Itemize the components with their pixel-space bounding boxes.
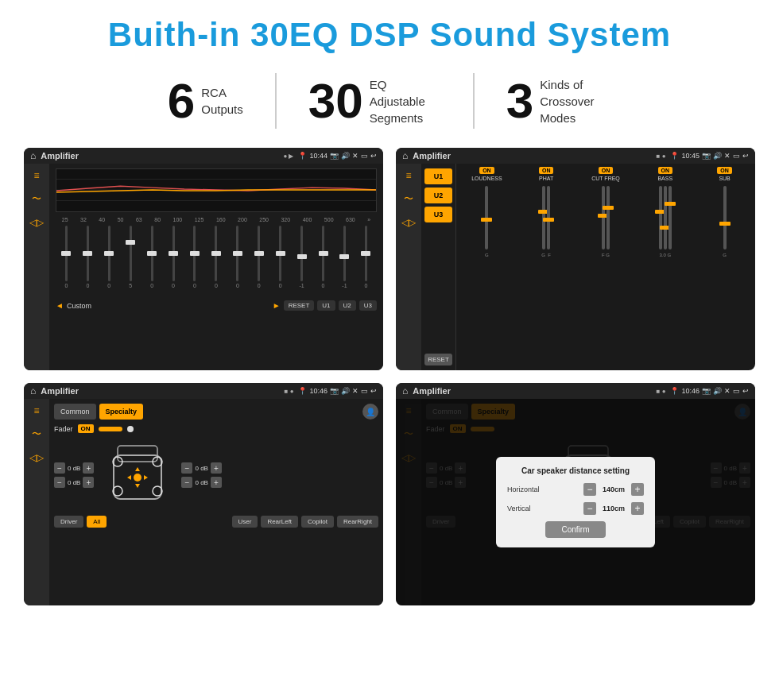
copilot-btn[interactable]: Copilot <box>301 516 334 528</box>
status-bar-4: ⌂ Amplifier ■ ● 📍 10:46 📷 🔊 ✕ ▭ ↩ <box>396 383 755 399</box>
right-top-plus[interactable]: + <box>211 462 222 474</box>
home-icon-2[interactable]: ⌂ <box>402 150 408 161</box>
time-2: 10:45 <box>681 152 700 160</box>
back-icon-4[interactable]: ↩ <box>742 387 749 395</box>
back-icon-2[interactable]: ↩ <box>742 152 749 160</box>
all-btn[interactable]: All <box>87 516 107 528</box>
u3-button[interactable]: U3 <box>359 300 377 311</box>
waveform-icon-3[interactable]: 〜 <box>32 427 41 441</box>
back-icon-3[interactable]: ↩ <box>370 387 377 395</box>
time-1: 10:44 <box>309 152 327 160</box>
speaker-icon-2[interactable]: ◁▷ <box>401 217 416 228</box>
loudness-on[interactable]: ON <box>479 167 494 174</box>
prev-button[interactable]: ◄ <box>56 301 64 310</box>
cutfreq-channel: ON CUT FREQ F G <box>579 167 634 367</box>
eq-slider-14[interactable]: 0 <box>360 226 371 297</box>
dialog-screen-card: ⌂ Amplifier ■ ● 📍 10:46 📷 🔊 ✕ ▭ ↩ ≡ 〜 <box>396 383 755 605</box>
amp-reset-btn[interactable]: RESET <box>424 354 452 365</box>
bass-on[interactable]: ON <box>658 167 673 174</box>
reset-button[interactable]: RESET <box>284 300 315 311</box>
status-bar-3: ⌂ Amplifier ■ ● 📍 10:46 📷 🔊 ✕ ▭ ↩ <box>24 383 383 399</box>
u1-button[interactable]: U1 <box>317 300 335 311</box>
u2-button[interactable]: U2 <box>339 300 356 311</box>
specialty-tab[interactable]: Specialty <box>99 404 144 420</box>
status-icons-4: 📍 10:46 📷 🔊 ✕ ▭ ↩ <box>670 387 749 395</box>
cutfreq-on[interactable]: ON <box>599 167 614 174</box>
location-icon-2: 📍 <box>670 152 679 160</box>
eq-slider-0[interactable]: 0 <box>60 226 72 297</box>
stat-eq: 30 EQ AdjustableSegments <box>277 76 473 126</box>
eq-graph <box>56 168 377 212</box>
next-button[interactable]: ► <box>273 301 281 310</box>
eq-slider-9[interactable]: 0 <box>254 226 265 297</box>
screenshots-grid: ⌂ Amplifier ● ▶ 📍 10:44 📷 🔊 ✕ ▭ ↩ ≡ 〜 ◁▷ <box>24 148 755 605</box>
eq-slider-8[interactable]: 0 <box>232 226 243 297</box>
left-bottom-minus[interactable]: − <box>54 477 65 488</box>
right-bottom-db: − 0 dB + <box>181 477 221 488</box>
fader-knob[interactable] <box>127 426 134 432</box>
u2-preset[interactable]: U2 <box>424 188 452 203</box>
right-top-minus[interactable]: − <box>181 462 192 474</box>
home-icon-1[interactable]: ⌂ <box>30 150 36 161</box>
rearleft-btn[interactable]: RearLeft <box>261 516 298 528</box>
stat-number-rca: 6 <box>168 76 195 126</box>
home-icon-3[interactable]: ⌂ <box>30 385 36 396</box>
right-bottom-minus[interactable]: − <box>181 477 192 488</box>
eq-slider-12[interactable]: 0 <box>318 226 329 297</box>
left-bottom-plus[interactable]: + <box>83 477 94 488</box>
stat-number-eq: 30 <box>308 76 363 126</box>
speaker-icon[interactable]: ◁▷ <box>29 217 44 228</box>
distance-dialog: Car speaker distance setting Horizontal … <box>496 457 655 547</box>
common-tab[interactable]: Common <box>54 404 96 420</box>
camera-icon-3: 📷 <box>330 387 339 395</box>
eq-slider-6[interactable]: 0 <box>189 226 200 297</box>
eq-slider-7[interactable]: 0 <box>211 226 222 297</box>
eq-slider-3[interactable]: 5 <box>125 226 136 297</box>
vertical-plus-btn[interactable]: + <box>631 502 644 515</box>
horizontal-minus-btn[interactable]: − <box>583 483 596 496</box>
eq-slider-2[interactable]: 0 <box>103 226 114 297</box>
waveform-icon[interactable]: 〜 <box>32 192 41 206</box>
fader-on-badge[interactable]: ON <box>78 424 94 433</box>
eq-main-area: 25 32 40 50 63 80 100 125 160 200 250 32… <box>49 164 383 370</box>
speaker-icon-3[interactable]: ◁▷ <box>29 452 44 463</box>
location-icon-3: 📍 <box>298 387 307 395</box>
profile-icon[interactable]: 👤 <box>362 404 378 420</box>
eq-slider-13[interactable]: -1 <box>339 226 350 297</box>
u3-preset[interactable]: U3 <box>424 207 452 222</box>
user-btn[interactable]: User <box>232 516 258 528</box>
eq-slider-11[interactable]: -1 <box>296 226 308 297</box>
rearright-btn[interactable]: RearRight <box>337 516 378 528</box>
equalizer-icon[interactable]: ≡ <box>33 170 39 181</box>
confirm-button[interactable]: Confirm <box>545 521 605 538</box>
eq-slider-4[interactable]: 0 <box>146 226 157 297</box>
volume-icon-1: 🔊 <box>341 152 350 160</box>
dot-icon-4: ■ ● <box>657 388 666 395</box>
speaker-layout: − 0 dB + − 0 dB + <box>54 439 378 511</box>
sub-on[interactable]: ON <box>717 167 732 174</box>
fader-slider[interactable] <box>99 427 122 431</box>
amp-title-2: Amplifier <box>413 151 651 160</box>
svg-point-10 <box>134 474 141 481</box>
equalizer-icon-3[interactable]: ≡ <box>33 405 39 416</box>
waveform-icon-2[interactable]: 〜 <box>404 192 413 206</box>
left-top-minus[interactable]: − <box>54 462 65 474</box>
back-icon-1[interactable]: ↩ <box>370 152 377 160</box>
u1-preset[interactable]: U1 <box>424 168 452 184</box>
equalizer-icon-2[interactable]: ≡ <box>405 170 411 181</box>
eq-slider-1[interactable]: 0 <box>82 226 93 297</box>
home-icon-4[interactable]: ⌂ <box>402 385 408 396</box>
common-screen-card: ⌂ Amplifier ■ ● 📍 10:46 📷 🔊 ✕ ▭ ↩ ≡ 〜 ◁▷ <box>24 383 383 605</box>
horizontal-plus-btn[interactable]: + <box>631 483 644 496</box>
right-bottom-plus[interactable]: + <box>211 477 222 488</box>
stat-crossover: 3 Kinds ofCrossover Modes <box>475 76 643 126</box>
left-speaker-controls: − 0 dB + − 0 dB + <box>54 462 94 488</box>
vertical-minus-btn[interactable]: − <box>583 502 596 515</box>
left-top-plus[interactable]: + <box>83 462 94 474</box>
location-icon-4: 📍 <box>670 387 679 395</box>
eq-slider-5[interactable]: 0 <box>168 226 179 297</box>
eq-slider-10[interactable]: 0 <box>275 226 286 297</box>
driver-btn[interactable]: Driver <box>54 516 83 528</box>
battery-icon-4: ▭ <box>733 387 740 395</box>
phat-on[interactable]: ON <box>539 167 554 174</box>
